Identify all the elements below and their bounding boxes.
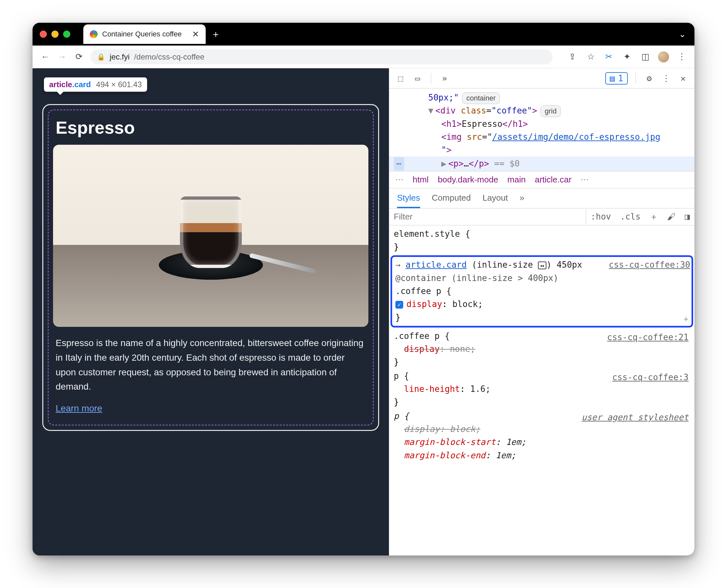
crumb-body[interactable]: body.dark-mode bbox=[438, 175, 498, 185]
crumb-overflow-right[interactable]: ⋯ bbox=[581, 175, 589, 185]
new-tab-button[interactable]: ＋ bbox=[211, 28, 221, 41]
reload-button[interactable]: ⟳ bbox=[74, 52, 85, 62]
issues-badge[interactable]: ▤ 1 bbox=[605, 72, 628, 85]
inspect-element-icon[interactable]: ⬚ bbox=[395, 74, 406, 83]
styles-tabstrip: Styles Computed Layout » bbox=[389, 188, 694, 208]
close-window-icon[interactable] bbox=[40, 30, 47, 38]
dom-line[interactable]: <h1>Espresso</h1> bbox=[389, 118, 694, 130]
issues-count: 1 bbox=[618, 74, 623, 83]
styles-filter-input[interactable] bbox=[389, 208, 586, 225]
source-link[interactable]: css-cq-coffee:3 bbox=[612, 371, 689, 384]
minimize-window-icon[interactable] bbox=[52, 30, 59, 38]
elements-tree[interactable]: 50px;"container ▼<div class="coffee">gri… bbox=[389, 88, 694, 171]
rendered-page: article.card 494 × 601.43 Espresso Espre… bbox=[33, 68, 389, 555]
tooltip-dimensions: 494 × 601.43 bbox=[96, 80, 142, 89]
tooltip-class: .card bbox=[72, 80, 91, 89]
dom-line[interactable]: "> bbox=[389, 143, 694, 156]
lock-icon: 🔒 bbox=[97, 53, 105, 61]
paint-icon[interactable]: 🖌 bbox=[663, 209, 680, 224]
browser-tab[interactable]: Container Queries coffee ✕ bbox=[83, 24, 206, 44]
inspect-tooltip: article.card 494 × 601.43 bbox=[44, 78, 147, 92]
tab-computed[interactable]: Computed bbox=[432, 193, 471, 208]
tooltip-tag: article bbox=[49, 80, 72, 89]
crumb-overflow-left[interactable]: ⋯ bbox=[395, 175, 404, 185]
dom-line[interactable]: ▼<div class="coffee">grid bbox=[389, 104, 694, 117]
url-domain: jec.fyi bbox=[110, 52, 129, 61]
forward-button: → bbox=[57, 52, 68, 62]
dom-line[interactable]: <img src="/assets/img/demo/cof-espresso.… bbox=[389, 130, 694, 143]
container-badge[interactable]: container bbox=[462, 92, 500, 104]
inline-size-icon: ↔ bbox=[538, 261, 546, 269]
profile-avatar[interactable] bbox=[658, 51, 669, 62]
maximize-window-icon[interactable] bbox=[63, 30, 70, 38]
card-paragraph: Espresso is the name of a highly concent… bbox=[56, 336, 366, 394]
devtools-panel: ⬚ ▭ » ▤ 1 ⚙ ⋮ ✕ 50px;"container ▼<div c bbox=[389, 68, 694, 555]
toggle-sidebar-icon[interactable]: ◨ bbox=[680, 209, 694, 224]
container-link[interactable]: article.card bbox=[405, 260, 467, 270]
url-path: /demo/css-cq-coffee bbox=[134, 52, 204, 61]
panel-overflow-icon[interactable]: » bbox=[439, 74, 450, 83]
favicon-icon bbox=[90, 30, 98, 38]
devtools-toolbar: ⬚ ▭ » ▤ 1 ⚙ ⋮ ✕ bbox=[389, 68, 694, 88]
rule-coffee-p[interactable]: .coffee p { css-cq-coffee:21 display: no… bbox=[394, 330, 690, 369]
separator bbox=[635, 73, 636, 84]
share-icon[interactable]: ⇪ bbox=[567, 52, 578, 62]
address-bar[interactable]: 🔒 jec.fyi/demo/css-cq-coffee bbox=[90, 49, 552, 64]
close-tab-icon[interactable]: ✕ bbox=[192, 29, 199, 39]
dom-line-selected[interactable]: ▶<p>…</p> == $0 bbox=[389, 156, 694, 171]
extensions-icon[interactable]: ✦ bbox=[622, 52, 633, 62]
sidepanel-icon[interactable]: ◫ bbox=[640, 52, 651, 62]
browser-toolbar: ← → ⟳ 🔒 jec.fyi/demo/css-cq-coffee ⇪ ☆ ✂… bbox=[33, 45, 694, 68]
scissors-icon[interactable]: ✂ bbox=[603, 52, 614, 62]
traffic-lights bbox=[40, 30, 70, 38]
article-card[interactable]: Espresso Espresso is the name of a highl… bbox=[42, 104, 379, 431]
device-toggle-icon[interactable]: ▭ bbox=[412, 74, 423, 83]
tab-overflow-icon[interactable]: » bbox=[520, 193, 524, 208]
tab-title: Container Queries coffee bbox=[102, 30, 182, 38]
browser-window: Container Queries coffee ✕ ＋ ⌄ ← → ⟳ 🔒 j… bbox=[33, 23, 694, 555]
hov-toggle[interactable]: :hov bbox=[586, 209, 616, 224]
add-property-icon[interactable]: ＋ bbox=[682, 312, 690, 325]
style-rules[interactable]: element.style {} → article.card (inline-… bbox=[389, 225, 694, 468]
settings-gear-icon[interactable]: ⚙ bbox=[644, 74, 655, 83]
rule-p[interactable]: p { css-cq-coffee:3 line-height: 1.6; } bbox=[394, 370, 690, 409]
rule-user-agent[interactable]: p { user agent stylesheet display: block… bbox=[394, 410, 690, 462]
ua-stylesheet-label: user agent stylesheet bbox=[582, 411, 689, 424]
window-titlebar: Container Queries coffee ✕ ＋ ⌄ bbox=[33, 23, 694, 45]
close-devtools-icon[interactable]: ✕ bbox=[678, 74, 689, 83]
crumb-main[interactable]: main bbox=[507, 175, 526, 185]
source-link[interactable]: css-cq-coffee:30 bbox=[609, 258, 690, 271]
card-heading: Espresso bbox=[56, 118, 366, 138]
grid-badge[interactable]: grid bbox=[541, 105, 561, 117]
learn-more-link[interactable]: Learn more bbox=[56, 403, 102, 414]
dom-line[interactable]: 50px;"container bbox=[389, 91, 694, 104]
styles-filter-bar: :hov .cls ＋ 🖌 ◨ bbox=[389, 208, 694, 225]
tabs-overflow-icon[interactable]: ⌄ bbox=[679, 29, 686, 39]
crumb-article[interactable]: article.car bbox=[535, 175, 571, 185]
rule-container-query[interactable]: → article.card (inline-size ↔) 450px @co… bbox=[390, 255, 693, 327]
coffee-image bbox=[53, 145, 368, 327]
bookmark-icon[interactable]: ☆ bbox=[585, 52, 596, 62]
content-area: article.card 494 × 601.43 Espresso Espre… bbox=[33, 68, 694, 555]
cls-toggle[interactable]: .cls bbox=[616, 209, 645, 224]
crumb-html[interactable]: html bbox=[412, 175, 429, 185]
source-link[interactable]: css-cq-coffee:21 bbox=[607, 331, 689, 344]
property-checked-icon[interactable]: ✓ bbox=[396, 301, 403, 309]
new-rule-icon[interactable]: ＋ bbox=[645, 208, 663, 225]
rule-element-style[interactable]: element.style {} bbox=[394, 227, 690, 254]
tab-layout[interactable]: Layout bbox=[483, 193, 508, 208]
cup-shape bbox=[180, 196, 242, 268]
separator bbox=[431, 73, 431, 84]
breadcrumb[interactable]: ⋯ html body.dark-mode main article.car ⋯ bbox=[389, 171, 694, 188]
back-button[interactable]: ← bbox=[40, 52, 51, 62]
kebab-menu-icon[interactable]: ⋮ bbox=[676, 52, 687, 62]
chat-icon: ▤ bbox=[610, 74, 615, 83]
devtools-kebab-icon[interactable]: ⋮ bbox=[661, 74, 672, 83]
tab-styles[interactable]: Styles bbox=[397, 193, 420, 208]
